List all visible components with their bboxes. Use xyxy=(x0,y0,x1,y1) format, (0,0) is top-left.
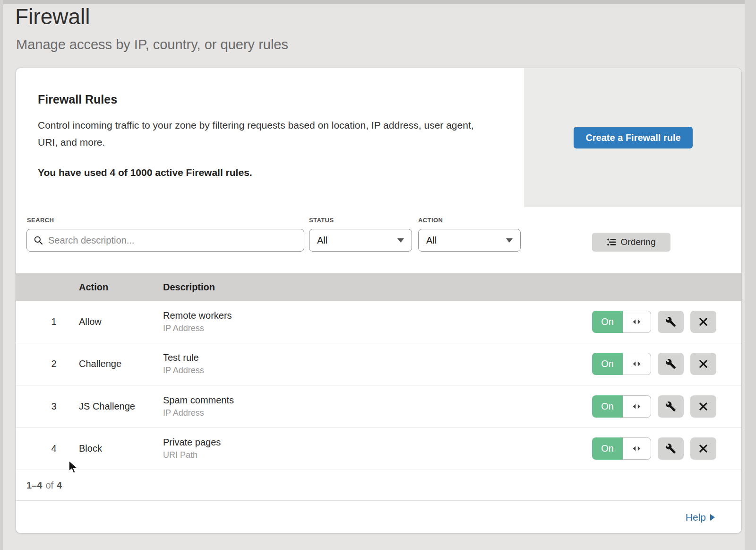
rule-action: JS Challenge xyxy=(79,401,163,412)
search-box[interactable] xyxy=(26,229,304,252)
toggle-handle[interactable] xyxy=(623,311,651,333)
window-edge-top xyxy=(0,0,756,4)
rule-description: Spam comments xyxy=(163,395,592,406)
window-edge-right xyxy=(745,0,756,550)
ordering-button[interactable]: Ordering xyxy=(592,233,670,252)
help-arrow-icon xyxy=(710,514,715,521)
help-link[interactable]: Help xyxy=(686,512,715,523)
table-row: 4 Block Private pages URI Path On xyxy=(16,428,741,471)
rule-priority: 1 xyxy=(16,316,79,327)
action-column-header: Action xyxy=(79,282,163,293)
status-select-value: All xyxy=(317,235,327,246)
action-select-value: All xyxy=(426,235,437,246)
rule-controls: On xyxy=(592,353,716,375)
pagination: 1–4 of 4 xyxy=(16,470,741,500)
rule-action: Allow xyxy=(79,316,163,327)
rule-match-type: IP Address xyxy=(163,408,592,418)
rule-controls: On xyxy=(592,395,716,418)
rule-description-cell: Spam comments IP Address xyxy=(163,395,592,418)
card-intro: Firewall Rules Control incoming traffic … xyxy=(16,68,524,207)
description-column-header: Description xyxy=(163,282,741,293)
search-input[interactable] xyxy=(47,235,297,246)
search-label: SEARCH xyxy=(27,217,54,224)
firewall-page: Firewall Manage access by IP, country, o… xyxy=(0,0,756,550)
help-link-label: Help xyxy=(686,512,706,523)
delete-rule-button[interactable] xyxy=(690,353,716,375)
card-footer: Help xyxy=(16,500,741,533)
card-action-panel: Create a Firewall rule xyxy=(524,68,742,207)
page-subtitle: Manage access by IP, country, or query r… xyxy=(16,37,288,52)
close-icon xyxy=(698,317,708,327)
rule-enabled-toggle[interactable]: On xyxy=(592,311,651,333)
search-icon xyxy=(34,236,43,245)
rule-description-cell: Private pages URI Path xyxy=(163,437,592,460)
rule-match-type: IP Address xyxy=(163,366,592,375)
rule-match-type: IP Address xyxy=(163,323,592,333)
edit-rule-button[interactable] xyxy=(658,395,684,418)
toggle-arrows-icon xyxy=(631,445,642,452)
ordering-list-icon xyxy=(607,238,616,246)
wrench-icon xyxy=(665,358,676,369)
rule-enabled-toggle[interactable]: On xyxy=(592,395,651,418)
card-top-section: Firewall Rules Control incoming traffic … xyxy=(16,68,741,207)
toggle-arrows-icon xyxy=(631,319,642,325)
rule-description: Test rule xyxy=(163,352,592,363)
rule-priority: 3 xyxy=(16,401,79,412)
rule-description-cell: Test rule IP Address xyxy=(163,352,592,375)
pagination-range: 1–4 xyxy=(26,480,42,491)
rule-action: Block xyxy=(79,443,163,454)
delete-rule-button[interactable] xyxy=(690,395,716,418)
toggle-on-label: On xyxy=(592,311,623,333)
filters-bar: SEARCH STATUS All ACTION All xyxy=(16,207,741,273)
caret-down-icon xyxy=(506,238,513,243)
create-firewall-rule-button[interactable]: Create a Firewall rule xyxy=(574,127,693,148)
action-select[interactable]: All xyxy=(418,229,521,252)
wrench-icon xyxy=(665,316,676,327)
rules-rows: 1 Allow Remote workers IP Address On xyxy=(16,301,741,470)
toggle-arrows-icon xyxy=(631,361,642,367)
wrench-icon xyxy=(665,401,676,412)
toggle-arrows-icon xyxy=(631,403,642,410)
status-select[interactable]: All xyxy=(309,229,412,252)
delete-rule-button[interactable] xyxy=(690,311,716,333)
rule-description: Remote workers xyxy=(163,310,592,321)
caret-down-icon xyxy=(397,238,404,243)
action-label: ACTION xyxy=(418,217,443,224)
rule-enabled-toggle[interactable]: On xyxy=(592,353,651,375)
card-heading: Firewall Rules xyxy=(38,93,524,106)
table-row: 2 Challenge Test rule IP Address On xyxy=(16,343,741,386)
edit-rule-button[interactable] xyxy=(658,311,684,333)
table-row: 3 JS Challenge Spam comments IP Address … xyxy=(16,385,741,428)
wrench-icon xyxy=(665,443,676,454)
card-description: Control incoming traffic to your zone by… xyxy=(38,117,494,151)
close-icon xyxy=(698,359,708,369)
rule-priority: 4 xyxy=(16,443,79,454)
status-label: STATUS xyxy=(309,217,334,224)
rule-controls: On xyxy=(592,311,716,333)
table-row: 1 Allow Remote workers IP Address On xyxy=(16,301,741,343)
toggle-handle[interactable] xyxy=(623,437,651,460)
rule-description-cell: Remote workers IP Address xyxy=(163,310,592,333)
pagination-total: 4 xyxy=(57,480,62,491)
edit-rule-button[interactable] xyxy=(658,437,684,460)
toggle-handle[interactable] xyxy=(623,395,651,418)
rule-match-type: URI Path xyxy=(163,450,592,460)
rule-description: Private pages xyxy=(163,437,592,448)
delete-rule-button[interactable] xyxy=(690,437,716,460)
rule-enabled-toggle[interactable]: On xyxy=(592,437,651,460)
toggle-on-label: On xyxy=(592,353,623,375)
toggle-on-label: On xyxy=(592,395,623,418)
rule-action: Challenge xyxy=(79,358,163,369)
pagination-of: of xyxy=(45,480,53,491)
ordering-button-label: Ordering xyxy=(621,237,656,247)
close-icon xyxy=(698,444,708,454)
toggle-handle[interactable] xyxy=(623,353,651,375)
firewall-rules-card: Firewall Rules Control incoming traffic … xyxy=(16,68,742,533)
edit-rule-button[interactable] xyxy=(658,353,684,375)
close-icon xyxy=(698,402,708,411)
window-edge-left xyxy=(0,0,3,550)
toggle-on-label: On xyxy=(592,437,623,460)
table-header: Action Description xyxy=(16,273,741,301)
rule-priority: 2 xyxy=(16,358,79,369)
rule-controls: On xyxy=(592,437,716,460)
